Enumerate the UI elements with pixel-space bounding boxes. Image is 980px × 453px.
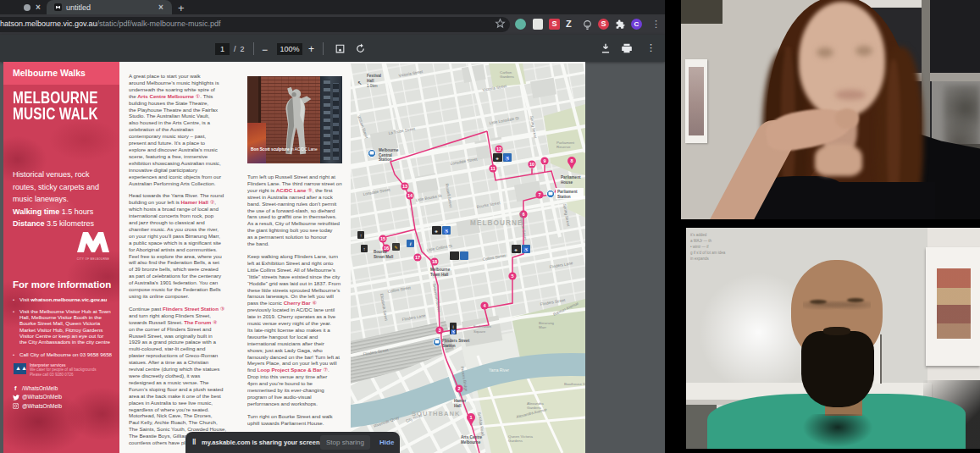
- svg-text:Federation: Federation: [473, 324, 492, 329]
- svg-text:MELBOURNE: MELBOURNE: [470, 219, 523, 227]
- svg-text:14: 14: [407, 193, 413, 198]
- svg-text:13: 13: [402, 184, 407, 189]
- svg-text:House: House: [561, 180, 573, 185]
- svg-text:⚹: ⚹: [496, 156, 499, 161]
- svg-text:Hall: Hall: [454, 404, 461, 408]
- svg-text:Central: Central: [379, 153, 392, 157]
- svg-text:Square: Square: [473, 329, 486, 334]
- svg-text:Hamer: Hamer: [454, 399, 467, 403]
- svg-text:Yarra River: Yarra River: [489, 368, 509, 373]
- svg-text:SOUTHBANK: SOUTHBANK: [412, 410, 461, 417]
- svg-text:11: 11: [490, 166, 496, 171]
- svg-text:7: 7: [538, 192, 540, 197]
- svg-text:♿: ♿: [444, 228, 450, 235]
- svg-text:8: 8: [570, 158, 573, 163]
- svg-text:♿: ♿: [505, 155, 511, 162]
- svg-text:Melbourne: Melbourne: [430, 268, 451, 272]
- svg-text:↑: ↑: [360, 233, 363, 238]
- svg-text:17: 17: [415, 255, 420, 260]
- svg-text:Town Hall: Town Hall: [430, 273, 448, 277]
- svg-text:Gardens: Gardens: [508, 439, 523, 443]
- svg-text:↖: ↖: [357, 80, 362, 86]
- svg-text:Station: Station: [442, 344, 456, 348]
- svg-text:Flinders Street: Flinders Street: [442, 339, 470, 343]
- svg-text:1: 1: [469, 415, 472, 420]
- svg-text:5: 5: [511, 273, 513, 279]
- svg-text:Melbourne: Melbourne: [461, 440, 481, 445]
- svg-text:♿: ♿: [451, 329, 457, 335]
- svg-text:⚹: ⚹: [514, 247, 518, 252]
- svg-text:♿: ♿: [523, 246, 529, 253]
- svg-text:9: 9: [543, 158, 545, 163]
- svg-text:Parliament: Parliament: [561, 175, 581, 180]
- svg-text:18: 18: [432, 259, 437, 264]
- svg-text:Boathouse Drive: Boathouse Drive: [564, 382, 585, 386]
- svg-text:Station: Station: [557, 195, 571, 199]
- svg-text:Festival: Festival: [367, 74, 381, 78]
- svg-text:Marr: Marr: [539, 325, 547, 329]
- svg-text:3: 3: [438, 328, 440, 333]
- svg-text:15: 15: [380, 236, 385, 241]
- svg-text:Parliament: Parliament: [557, 190, 578, 194]
- svg-text:10: 10: [529, 162, 534, 167]
- svg-text:⚹: ⚹: [435, 229, 438, 234]
- svg-text:Bourke: Bourke: [374, 250, 387, 254]
- svg-text:Hall: Hall: [367, 79, 374, 83]
- svg-text:Street Mall: Street Mall: [374, 255, 393, 259]
- svg-text:1.0km: 1.0km: [367, 84, 378, 88]
- svg-text:Station: Station: [379, 157, 392, 162]
- svg-text:Gardens: Gardens: [500, 75, 515, 79]
- svg-text:✎: ✎: [394, 245, 397, 250]
- svg-text:12: 12: [496, 146, 501, 152]
- svg-text:2: 2: [457, 386, 460, 391]
- svg-text:↑: ↑: [363, 246, 366, 251]
- svg-text:Arts Centre: Arts Centre: [461, 435, 482, 439]
- svg-text:Melbourne: Melbourne: [379, 148, 399, 152]
- svg-text:Reserve: Reserve: [556, 145, 571, 149]
